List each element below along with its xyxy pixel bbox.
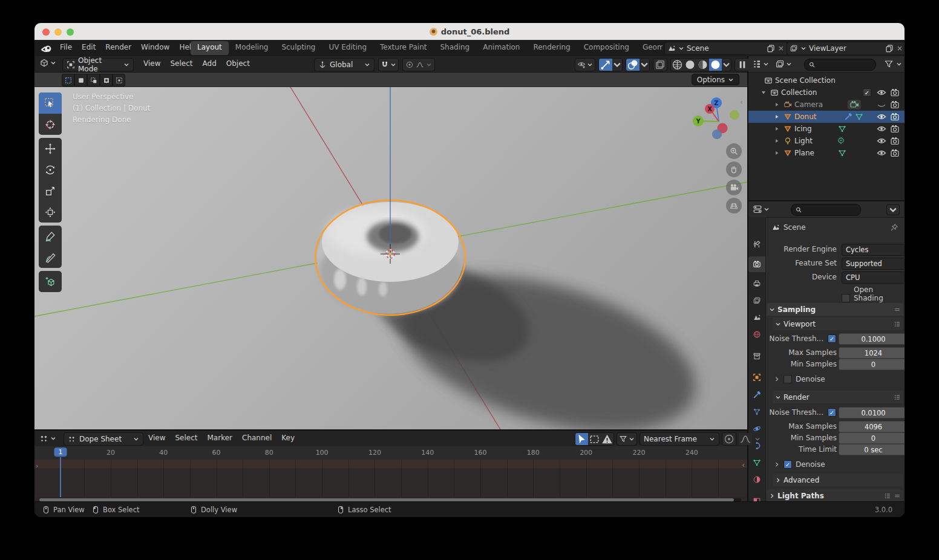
advanced-panel-header[interactable]: Advanced <box>773 474 903 486</box>
hide-eye-icon[interactable] <box>877 124 886 134</box>
outliner-row-camera[interactable]: Camera <box>748 99 905 111</box>
disable-render-icon[interactable] <box>890 124 900 134</box>
dope-sheet-channel-area[interactable] <box>34 468 747 497</box>
gizmo-toggle[interactable] <box>598 58 623 71</box>
select-mode-extend[interactable] <box>74 74 87 86</box>
viewport-menu-object[interactable]: Object <box>221 57 255 70</box>
outliner-row-donut[interactable]: Donut <box>748 111 905 123</box>
chevron-down-icon[interactable] <box>763 61 769 67</box>
time-limit-field[interactable]: 0 sec <box>839 444 905 455</box>
navigation-gizmo[interactable]: Z X Y <box>693 97 739 139</box>
render-noise-threshold-field[interactable]: 0.0100 <box>839 407 905 418</box>
dope-sheet-summary-row[interactable] <box>34 460 747 468</box>
dope-sheet-editor-icon[interactable] <box>39 434 49 443</box>
dope-menu-channel[interactable]: Channel <box>237 432 276 444</box>
gizmos-icon[interactable] <box>599 59 612 71</box>
min-samples-field[interactable]: 0 <box>839 359 905 370</box>
options-dropdown[interactable]: Options <box>692 74 739 85</box>
overlays-icon[interactable] <box>626 59 640 71</box>
playhead-line[interactable] <box>60 457 61 497</box>
preset-list-icon[interactable] <box>894 321 901 328</box>
menu-window[interactable]: Window <box>136 41 174 53</box>
panel-menu-icon[interactable] <box>894 492 901 500</box>
gizmo-y-neg-axis[interactable] <box>730 110 739 120</box>
dope-menu-select[interactable]: Select <box>170 432 202 444</box>
tab-view-layer[interactable] <box>748 293 765 308</box>
disable-render-icon[interactable] <box>890 100 900 109</box>
tab-collection[interactable] <box>748 348 765 364</box>
tool-select-box[interactable] <box>39 93 62 114</box>
render-min-samples-field[interactable]: 0 <box>839 432 905 444</box>
outliner-editor-icon[interactable] <box>752 59 762 69</box>
properties-editor-icon[interactable] <box>753 204 762 214</box>
feature-set-select[interactable]: Supported <box>842 258 905 270</box>
tab-particles[interactable] <box>748 404 765 420</box>
snap-toggle[interactable] <box>378 58 399 71</box>
sidebar-collapse-arrow[interactable]: ‹ <box>742 461 745 469</box>
disable-render-icon[interactable] <box>890 148 900 158</box>
tool-measure[interactable] <box>39 247 62 268</box>
disclosure-closed-icon[interactable] <box>774 138 780 144</box>
max-samples-field[interactable]: 1024 <box>839 347 905 359</box>
render-max-samples-field[interactable]: 4096 <box>839 421 905 432</box>
scene-selector[interactable]: Scene <box>664 42 788 55</box>
tab-material[interactable] <box>748 472 765 487</box>
modifier-icon[interactable] <box>844 112 852 121</box>
disclosure-closed-icon[interactable] <box>774 102 780 108</box>
render-subpanel-header[interactable]: Render <box>773 391 903 403</box>
menu-edit[interactable]: Edit <box>77 41 100 53</box>
object-visibility-dropdown[interactable] <box>575 58 595 71</box>
chevron-down-icon[interactable] <box>754 436 761 442</box>
tool-annotate[interactable] <box>39 226 62 247</box>
dope-menu-key[interactable]: Key <box>276 432 299 444</box>
falloff-curve-icon[interactable] <box>739 433 752 445</box>
workspace-tab-rendering[interactable]: Rendering <box>526 41 577 55</box>
outliner-row-collection[interactable]: Collection ✓ <box>748 86 905 99</box>
exclude-checkbox[interactable]: ✓ <box>863 88 871 97</box>
hide-eye-icon[interactable] <box>877 136 886 146</box>
new-viewlayer-icon[interactable] <box>885 44 894 53</box>
select-mode-subtract[interactable] <box>87 74 100 86</box>
viewport-canvas[interactable]: Z X Y User Perspective (1) Collection | … <box>34 87 747 429</box>
workspace-tab-layout[interactable]: Layout <box>191 41 229 55</box>
workspace-tab-modeling[interactable]: Modeling <box>229 41 275 55</box>
panel-menu-icon[interactable] <box>894 306 901 313</box>
render-engine-select[interactable]: Cycles <box>842 244 905 256</box>
current-frame-badge[interactable]: 1 <box>54 448 67 457</box>
chevron-down-icon[interactable] <box>640 59 649 71</box>
blender-logo-icon[interactable] <box>41 42 53 54</box>
pin-icon[interactable] <box>890 223 898 232</box>
tab-output[interactable] <box>748 276 765 291</box>
select-mode-intersect[interactable] <box>113 74 125 86</box>
preset-list-icon[interactable] <box>894 394 901 401</box>
chevron-down-icon[interactable] <box>612 59 622 71</box>
noise-threshold-field[interactable]: 0.1000 <box>839 333 905 345</box>
editor-type-selector[interactable] <box>39 58 56 68</box>
mesh-data-icon[interactable] <box>855 112 863 121</box>
tool-add-cube[interactable] <box>39 271 62 292</box>
disclosure-closed-icon[interactable] <box>774 150 780 156</box>
viewport-denoise-row[interactable]: Denoise <box>774 375 825 383</box>
viewport-menu-add[interactable]: Add <box>198 57 221 70</box>
chevron-down-icon[interactable] <box>764 206 770 212</box>
timeline-ruler[interactable]: 20406080100120140160180200220240 <box>34 446 747 460</box>
tab-scene[interactable] <box>748 310 765 325</box>
proportional-editing-icon[interactable] <box>722 432 736 446</box>
mode-selector[interactable]: Object Mode <box>62 58 134 71</box>
outliner-row-plane[interactable]: Plane <box>748 147 905 159</box>
tab-modifiers[interactable] <box>748 387 765 403</box>
new-scene-icon[interactable] <box>767 44 775 53</box>
dope-sheet-mode-select[interactable]: Dope Sheet <box>64 432 143 446</box>
only-errors-icon[interactable] <box>601 433 613 445</box>
proportional-editing[interactable] <box>402 58 435 71</box>
channel-filter-dropdown[interactable] <box>617 432 637 446</box>
shading-material-icon[interactable] <box>696 59 709 71</box>
shading-solid-icon[interactable] <box>684 59 696 71</box>
chevron-down-icon[interactable] <box>786 61 792 67</box>
unlink-scene-icon[interactable] <box>777 45 785 52</box>
render-noise-threshold-checkbox[interactable]: ✓ <box>828 408 836 417</box>
workspace-tab-compositing[interactable]: Compositing <box>577 41 636 55</box>
shading-rendered-icon[interactable] <box>709 59 722 71</box>
tool-cursor[interactable] <box>39 114 62 135</box>
render-denoise-row[interactable]: ✓ Denoise <box>774 460 825 469</box>
